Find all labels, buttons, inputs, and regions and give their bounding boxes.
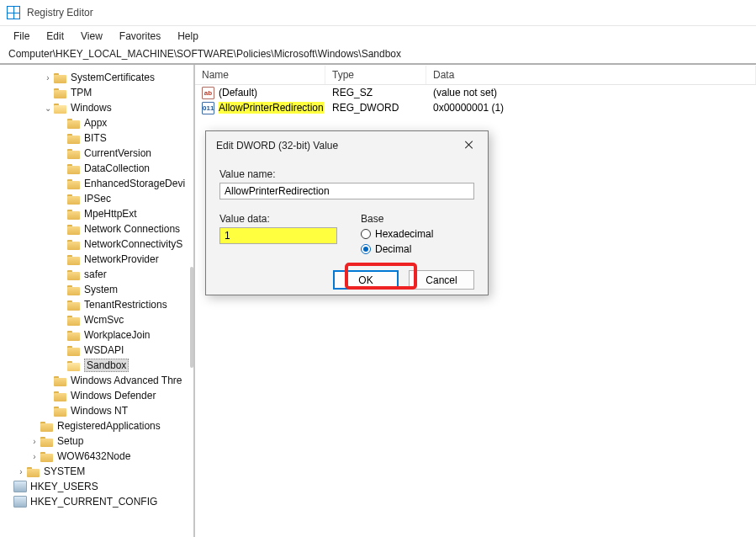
dialog-titlebar: Edit DWORD (32-bit) Value [206, 131, 488, 160]
titlebar: Registry Editor [0, 0, 756, 26]
folder-icon [67, 268, 81, 280]
ok-button[interactable]: OK [333, 270, 399, 290]
tree-item[interactable]: NetworkProvider [0, 252, 193, 267]
tree-label: RegisteredApplications [57, 420, 161, 432]
folder-icon [67, 238, 81, 250]
tree-label: TenantRestrictions [84, 299, 167, 311]
tree-item[interactable]: EnhancedStorageDevi [0, 176, 193, 191]
tree-item[interactable]: ›Setup [0, 433, 193, 449]
radio-hexadecimal[interactable]: Hexadecimal [361, 228, 433, 240]
tree-label: Sandbox [84, 359, 129, 372]
scrollbar[interactable] [190, 267, 193, 368]
base-label: Base [361, 213, 433, 225]
computer-icon [13, 481, 27, 492]
tree-item[interactable]: CurrentVersion [0, 146, 193, 161]
tree-item[interactable]: HKEY_CURRENT_CONFIG [0, 494, 193, 509]
tree-item[interactable]: Appx [0, 115, 193, 130]
chevron-right-icon[interactable]: › [15, 467, 27, 476]
tree-item[interactable]: ›WOW6432Node [0, 449, 193, 464]
tree-label: WOW6432Node [57, 450, 130, 462]
close-icon[interactable] [456, 136, 483, 155]
tree-item[interactable]: Windows NT [0, 403, 193, 418]
folder-icon [54, 87, 67, 98]
menu-file[interactable]: File [7, 28, 36, 45]
tree-label: HKEY_CURRENT_CONFIG [30, 496, 157, 508]
value-type: REG_DWORD [325, 101, 426, 114]
menu-favorites[interactable]: Favorites [113, 28, 167, 45]
tree-pane[interactable]: ›SystemCertificatesTPM⌄WindowsAppxBITSCu… [0, 65, 195, 537]
tree-label: System [84, 284, 118, 295]
string-value-icon: ab [202, 87, 214, 99]
tree-item[interactable]: ›SystemCertificates [0, 70, 193, 85]
tree-item[interactable]: MpeHttpExt [0, 206, 193, 221]
tree-label: SYSTEM [44, 465, 85, 477]
value-type: REG_SZ [325, 86, 426, 99]
tree-item[interactable]: HKEY_USERS [0, 479, 193, 494]
folder-icon [67, 147, 81, 159]
tree-item[interactable]: safer [0, 267, 193, 282]
folder-icon [40, 420, 54, 432]
tree-item[interactable]: BITS [0, 130, 193, 146]
tree-label: WorkplaceJoin [84, 329, 150, 341]
value-data: (value not set) [426, 86, 756, 99]
tree-item[interactable]: RegisteredApplications [0, 418, 193, 433]
tree-item[interactable]: Windows Defender [0, 388, 193, 403]
tree-item[interactable]: WorkplaceJoin [0, 327, 193, 343]
tree-item[interactable]: Sandbox [0, 358, 193, 373]
menu-edit[interactable]: Edit [40, 28, 71, 45]
tree-item[interactable]: WSDAPI [0, 343, 193, 358]
value-data-label: Value data: [219, 213, 337, 225]
col-header-type[interactable]: Type [325, 66, 426, 84]
value-data-input[interactable] [219, 227, 337, 244]
tree-label: BITS [84, 132, 107, 144]
tree-item[interactable]: TPM [0, 85, 193, 100]
folder-icon [40, 450, 54, 462]
tree-label: CurrentVersion [84, 147, 151, 159]
tree-item[interactable]: NetworkConnectivityS [0, 237, 193, 252]
chevron-down-icon[interactable]: ⌄ [42, 104, 54, 113]
chevron-right-icon[interactable]: › [29, 452, 40, 461]
tree-item[interactable]: IPSec [0, 191, 193, 206]
tree-item[interactable]: ⌄Windows [0, 100, 193, 115]
computer-icon [13, 496, 27, 508]
tree-item[interactable]: ›SYSTEM [0, 464, 193, 479]
tree-item[interactable]: Network Connections [0, 221, 193, 237]
tree-label: EnhancedStorageDevi [84, 178, 185, 189]
folder-icon [67, 299, 81, 311]
chevron-right-icon[interactable]: › [42, 73, 54, 82]
folder-icon [67, 329, 81, 341]
menu-help[interactable]: Help [171, 28, 205, 45]
radio-decimal[interactable]: Decimal [361, 243, 433, 255]
tree-item[interactable]: TenantRestrictions [0, 297, 193, 312]
cancel-button[interactable]: Cancel [409, 270, 474, 290]
folder-icon [67, 117, 81, 129]
list-item[interactable]: 011AllowPrinterRedirectionREG_DWORD0x000… [195, 100, 756, 115]
list-item[interactable]: ab(Default)REG_SZ(value not set) [195, 85, 756, 100]
value-data: 0x00000001 (1) [426, 101, 756, 114]
folder-icon [67, 253, 81, 265]
value-name: AllowPrinterRedirection [219, 102, 324, 114]
tree-item[interactable]: WcmSvc [0, 312, 193, 327]
tree-label: Network Connections [84, 223, 180, 235]
registry-editor-icon [7, 6, 20, 19]
tree-label: Windows Defender [71, 390, 156, 401]
tree-item[interactable]: DataCollection [0, 161, 193, 176]
folder-icon [54, 375, 67, 386]
folder-icon [54, 390, 67, 401]
tree-label: IPSec [84, 193, 111, 205]
menu-view[interactable]: View [74, 28, 109, 45]
tree-label: WSDAPI [84, 344, 124, 356]
col-header-data[interactable]: Data [426, 66, 756, 84]
dword-value-icon: 011 [202, 102, 214, 114]
folder-icon [40, 435, 54, 447]
tree-item[interactable]: System [0, 282, 193, 297]
address-bar[interactable]: Computer\HKEY_LOCAL_MACHINE\SOFTWARE\Pol… [0, 46, 756, 65]
chevron-right-icon[interactable]: › [29, 437, 40, 446]
value-name-input[interactable] [219, 183, 474, 199]
folder-icon [67, 359, 81, 371]
tree-item[interactable]: Windows Advanced Thre [0, 373, 193, 388]
tree-label: SystemCertificates [71, 72, 155, 83]
tree-label: safer [84, 268, 107, 280]
menubar: File Edit View Favorites Help [0, 26, 756, 46]
col-header-name[interactable]: Name [195, 66, 325, 84]
